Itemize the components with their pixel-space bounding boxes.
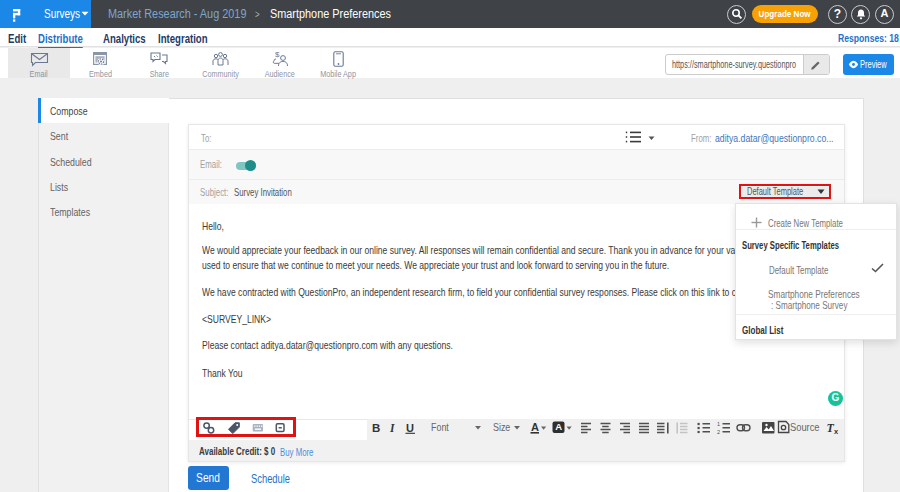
svg-text:I: I [389, 422, 395, 434]
svg-text:U: U [406, 422, 414, 434]
svg-text:A: A [531, 421, 539, 433]
svg-text:Font: Font [431, 422, 449, 434]
svg-text:B: B [372, 422, 380, 434]
svg-text:Source: Source [790, 422, 820, 434]
svg-text:2: 2 [717, 429, 720, 435]
svg-text:Size: Size [493, 422, 510, 434]
svg-text:$: $ [275, 50, 280, 59]
svg-text:x: x [834, 427, 839, 436]
svg-text:A: A [555, 421, 562, 432]
svg-text:1: 1 [717, 421, 720, 427]
